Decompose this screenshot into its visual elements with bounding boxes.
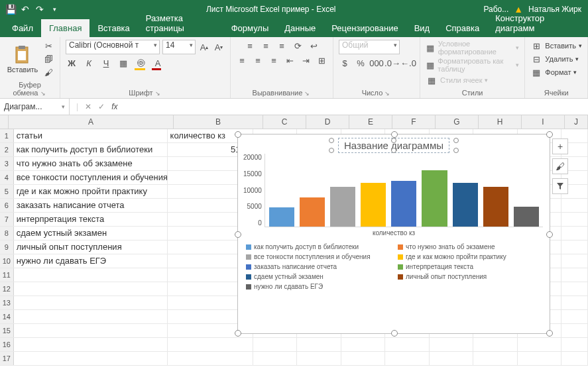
cell-A13[interactable]: [14, 296, 168, 309]
cell-A6[interactable]: заказать написание отчета: [14, 199, 168, 212]
column-header-A[interactable]: A: [9, 115, 174, 129]
cell-J12[interactable]: [561, 282, 588, 295]
percent-icon[interactable]: %: [355, 57, 367, 69]
save-icon[interactable]: 💾: [5, 4, 16, 15]
chart-styles-button[interactable]: 🖌: [552, 158, 568, 174]
chart-object[interactable]: + 🖌 Название диаграммы 20000150001000050…: [237, 134, 550, 334]
cell-A9[interactable]: личный опыт поступления: [14, 240, 168, 254]
name-box[interactable]: Диаграм...▾: [0, 99, 70, 115]
copy-icon[interactable]: 🗐: [42, 53, 54, 65]
increase-decimal-icon[interactable]: .0→: [386, 57, 398, 69]
cell-C16[interactable]: [253, 338, 298, 351]
borders-icon[interactable]: ▦: [117, 57, 129, 69]
cell-H17[interactable]: [473, 352, 518, 365]
cell-A12[interactable]: [14, 282, 168, 295]
cancel-formula-icon[interactable]: ✕: [85, 102, 91, 111]
resize-handle-tl[interactable]: [235, 131, 241, 138]
cell-J7[interactable]: [561, 213, 588, 226]
align-center-icon[interactable]: ≡: [252, 54, 264, 66]
font-size-select[interactable]: 14: [162, 40, 196, 54]
column-header-B[interactable]: B: [174, 115, 263, 129]
undo-icon[interactable]: ↶: [20, 4, 30, 15]
cell-B17[interactable]: [168, 352, 253, 365]
font-launcher-icon[interactable]: ↘: [155, 90, 162, 97]
tab-insert[interactable]: Вставка: [89, 19, 137, 37]
resize-handle-b[interactable]: [391, 330, 398, 337]
cell-A3[interactable]: что нужно знать об экзамене: [14, 157, 168, 170]
tab-layout[interactable]: Разметка страницы: [138, 9, 223, 37]
cell-A7[interactable]: интерпретация текста: [14, 213, 168, 226]
bar-3[interactable]: [361, 183, 386, 227]
cell-A2[interactable]: как получить доступ в библиотеки: [14, 143, 168, 156]
bar-0[interactable]: [269, 207, 294, 227]
column-header-H[interactable]: H: [479, 115, 522, 129]
row-header-3[interactable]: 3: [0, 157, 14, 170]
bar-7[interactable]: [483, 187, 508, 227]
italic-button[interactable]: К: [83, 57, 95, 69]
cell-A10[interactable]: нужно ли сдавать ЕГЭ: [14, 254, 168, 268]
tab-help[interactable]: Справка: [438, 19, 487, 37]
cell-J10[interactable]: [561, 254, 588, 268]
cell-F16[interactable]: [385, 338, 430, 351]
cell-F17[interactable]: [385, 352, 430, 365]
cell-styles-button[interactable]: ▦Стили ячеек ▾: [426, 74, 488, 86]
cell-J13[interactable]: [561, 296, 588, 309]
legend-item-6[interactable]: сдаем устный экзамен: [246, 273, 390, 280]
bar-6[interactable]: [453, 183, 478, 227]
cell-J15[interactable]: [561, 324, 588, 337]
bar-1[interactable]: [300, 197, 325, 227]
align-left-icon[interactable]: ≡: [236, 54, 248, 66]
legend-item-4[interactable]: заказать написание отчета: [246, 263, 390, 270]
fx-icon[interactable]: fx: [111, 102, 117, 111]
bar-5[interactable]: [422, 170, 447, 227]
resize-handle-tr[interactable]: [546, 131, 553, 138]
cell-J17[interactable]: [561, 352, 588, 365]
row-header-16[interactable]: 16: [0, 338, 14, 351]
resize-handle-t[interactable]: [391, 131, 398, 138]
cell-A8[interactable]: сдаем устный экзамен: [14, 227, 168, 240]
font-name-select[interactable]: Calibri (Основной т: [66, 40, 160, 54]
wrap-text-icon[interactable]: ↩: [308, 40, 320, 52]
cell-A17[interactable]: [14, 352, 168, 365]
cell-I16[interactable]: [518, 338, 562, 351]
row-header-1[interactable]: 1: [0, 129, 14, 142]
cell-A4[interactable]: все тонкости поступления и обучения: [14, 171, 168, 184]
cell-J14[interactable]: [561, 310, 588, 323]
clipboard-launcher-icon[interactable]: ↘: [40, 90, 47, 97]
row-header-9[interactable]: 9: [0, 240, 14, 254]
cell-A5[interactable]: где и как можно пройти практику: [14, 185, 168, 198]
delete-cells-button[interactable]: ⊟Удалить ▾: [530, 53, 579, 65]
row-header-11[interactable]: 11: [0, 268, 14, 282]
bar-4[interactable]: [391, 181, 416, 227]
column-header-E[interactable]: E: [349, 115, 392, 129]
row-header-6[interactable]: 6: [0, 199, 14, 212]
cell-J6[interactable]: [561, 199, 588, 212]
resize-handle-br[interactable]: [546, 330, 553, 337]
cell-H16[interactable]: [473, 338, 518, 351]
currency-icon[interactable]: $: [339, 57, 351, 69]
cell-E16[interactable]: [341, 338, 386, 351]
cut-icon[interactable]: ✂: [42, 40, 54, 52]
chart-filters-button[interactable]: [552, 178, 568, 194]
row-header-13[interactable]: 13: [0, 296, 14, 309]
align-launcher-icon[interactable]: ↘: [304, 90, 311, 97]
decrease-font-icon[interactable]: A▾: [213, 41, 225, 53]
cell-A16[interactable]: [14, 338, 168, 351]
column-header-G[interactable]: G: [436, 115, 479, 129]
cell-A14[interactable]: [14, 310, 168, 323]
indent-increase-icon[interactable]: ⇥: [300, 54, 312, 66]
cell-J8[interactable]: [561, 227, 588, 240]
cell-J11[interactable]: [561, 268, 588, 282]
legend-item-3[interactable]: где и как можно пройти практику: [398, 253, 542, 260]
tab-formulas[interactable]: Формулы: [223, 19, 277, 37]
legend-item-5[interactable]: интерпретация текста: [398, 263, 542, 270]
cell-B16[interactable]: [168, 338, 253, 351]
format-as-table-button[interactable]: ▦Форматировать как таблицу ▾: [426, 57, 519, 73]
row-header-5[interactable]: 5: [0, 185, 14, 198]
number-launcher-icon[interactable]: ↘: [384, 90, 391, 97]
number-format-select[interactable]: Общий: [339, 40, 400, 54]
column-header-C[interactable]: C: [263, 115, 306, 129]
column-header-D[interactable]: D: [306, 115, 349, 129]
chart-title[interactable]: Название диаграммы: [238, 140, 550, 151]
chart-legend[interactable]: как получить доступ в библиотекичто нужн…: [238, 239, 550, 294]
